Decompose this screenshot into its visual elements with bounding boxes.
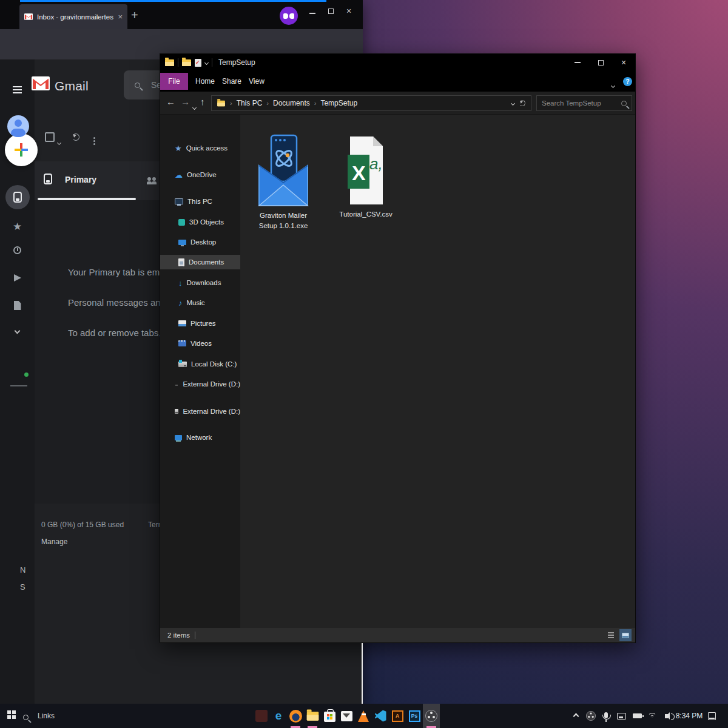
maximize-button[interactable] <box>322 6 340 16</box>
tab-close-icon[interactable]: × <box>118 12 123 21</box>
qat-dropdown-icon[interactable] <box>204 60 209 64</box>
qat-properties-icon[interactable] <box>195 59 201 67</box>
compose-button[interactable] <box>5 133 38 166</box>
view-toggle-buttons <box>605 629 632 641</box>
empty-title: Your Primary tab is empty. <box>68 267 174 277</box>
search-icon[interactable] <box>621 101 627 106</box>
sidebar-item-network[interactable]: Network <box>160 430 240 445</box>
nav-forward-icon[interactable]: → <box>181 96 190 107</box>
sidebar-item-quick-access[interactable]: ★Quick access <box>160 141 240 155</box>
breadcrumb-this-pc[interactable]: This PC <box>237 99 263 107</box>
links-toolbar-label[interactable]: Links <box>38 712 55 720</box>
file-label: Graviton Mailer Setup 1.0.1.exe <box>246 211 320 231</box>
thumbnail-view-button[interactable] <box>619 629 632 641</box>
select-all-checkbox[interactable] <box>45 132 55 144</box>
start-button[interactable] <box>7 710 11 714</box>
sidebar-item-pictures[interactable]: Pictures <box>160 316 240 331</box>
taskbar-adobe-animate-icon[interactable]: A <box>389 704 406 728</box>
rail-inbox-selected[interactable] <box>5 185 30 209</box>
tray-volume-icon[interactable] <box>659 704 673 728</box>
gmail-favicon <box>24 13 33 20</box>
sidebar-item-music[interactable]: ♪Music <box>160 295 240 310</box>
taskbar-unknown-app-icon[interactable] <box>253 704 270 728</box>
sidebar-item-local-disk-c[interactable]: Local Disk (C:) <box>160 357 240 371</box>
explorer-titlebar[interactable]: TempSetup × <box>160 54 635 71</box>
maximize-button[interactable] <box>589 54 612 71</box>
select-dropdown-icon[interactable] <box>58 136 61 147</box>
tray-expand-icon[interactable] <box>569 704 582 728</box>
explorer-search-box[interactable]: Search TempSetup <box>536 95 632 111</box>
minimize-button[interactable] <box>303 6 322 16</box>
ribbon-tab-file[interactable]: File <box>160 73 188 90</box>
rail-more[interactable] <box>0 329 35 333</box>
taskbar-obs-icon[interactable] <box>423 704 440 728</box>
close-button[interactable]: × <box>340 6 358 16</box>
browser-tab-inbox[interactable]: Inbox - gravitonmailertest@g × <box>19 4 127 29</box>
ribbon-tab-share[interactable]: Share <box>222 73 241 90</box>
taskbar-mail-icon[interactable] <box>338 704 355 728</box>
rail-drafts[interactable] <box>0 301 35 310</box>
tray-display-icon[interactable] <box>614 704 629 728</box>
qat-folder-icon[interactable] <box>182 59 191 66</box>
search-icon[interactable] <box>135 83 140 88</box>
explorer-window-controls: × <box>566 54 635 71</box>
taskbar-file-explorer-icon[interactable] <box>304 704 321 728</box>
address-bar[interactable]: › This PC › Documents › TempSetup <box>211 95 531 111</box>
sidebar-item-external-drive-d[interactable]: External Drive (D:) <box>160 377 240 391</box>
tray-microphone-icon[interactable] <box>599 704 613 728</box>
rail-starred[interactable]: ★ <box>0 220 35 233</box>
tray-wifi-icon[interactable] <box>645 704 658 728</box>
refresh-icon[interactable] <box>72 132 79 143</box>
gmail-menu-icon[interactable] <box>13 82 22 93</box>
sidebar-item-3d-objects[interactable]: 3D Objects <box>160 215 240 229</box>
explorer-file-area[interactable]: Graviton Mailer Setup 1.0.1.exe a, X Tut… <box>240 115 635 628</box>
manage-storage-link[interactable]: Manage <box>41 538 67 546</box>
firefox-titlebar[interactable]: Inbox - gravitonmailertest@g × + × <box>0 0 363 29</box>
taskbar-clock[interactable]: 8:34 PM <box>673 704 705 728</box>
extension-mask-icon[interactable] <box>280 7 298 25</box>
tray-obs-icon[interactable] <box>584 704 598 728</box>
sidebar-item-this-pc[interactable]: This PC <box>160 194 240 209</box>
taskbar-photoshop-icon[interactable]: Ps <box>406 704 423 728</box>
taskbar-edge-icon[interactable]: e <box>270 704 287 728</box>
more-options-icon[interactable] <box>93 130 95 141</box>
help-button[interactable]: ? <box>623 77 632 86</box>
ribbon-tab-view[interactable]: View <box>249 73 265 90</box>
address-refresh-icon[interactable] <box>519 100 525 106</box>
tray-battery-icon[interactable] <box>630 704 644 728</box>
new-tab-button[interactable]: + <box>131 8 138 22</box>
breadcrumb-tempsetup[interactable]: TempSetup <box>320 99 357 107</box>
address-dropdown-icon[interactable] <box>511 101 515 105</box>
rail-snoozed[interactable] <box>0 246 35 254</box>
action-center-icon[interactable] <box>703 704 721 728</box>
sidebar-item-documents[interactable]: Documents <box>160 255 240 269</box>
taskbar-firefox-icon[interactable] <box>287 704 304 728</box>
file-tutorial-csv[interactable]: a, X Tutorial_CSV.csv <box>326 135 405 220</box>
taskbar-search-icon[interactable] <box>23 712 29 723</box>
sidebar-item-desktop[interactable]: Desktop <box>160 235 240 249</box>
network-icon <box>175 435 182 440</box>
taskbar-vscode-icon[interactable] <box>372 704 389 728</box>
taskbar-store-icon[interactable] <box>321 704 338 728</box>
tab-social-icon[interactable] <box>147 176 158 187</box>
nav-up-icon[interactable]: ↑ <box>200 96 205 107</box>
nav-history-dropdown-icon[interactable] <box>193 101 196 112</box>
tab-primary-icon[interactable] <box>44 174 52 187</box>
sidebar-item-external-drive-d-2[interactable]: External Drive (D:) <box>160 404 240 419</box>
avatar[interactable] <box>7 115 29 137</box>
ribbon-collapse-icon[interactable] <box>612 79 615 90</box>
file-graviton-mailer-setup[interactable]: Graviton Mailer Setup 1.0.1.exe <box>246 134 320 231</box>
sidebar-item-downloads[interactable]: ↓Downloads <box>160 275 240 290</box>
ribbon-tab-home[interactable]: Home <box>195 73 215 90</box>
rail-sent[interactable] <box>0 274 35 281</box>
close-button[interactable]: × <box>612 54 635 71</box>
sidebar-item-videos[interactable]: Videos <box>160 336 240 351</box>
minimize-button[interactable] <box>566 54 589 71</box>
breadcrumb-documents[interactable]: Documents <box>273 99 310 107</box>
sidebar-item-onedrive[interactable]: ☁OneDrive <box>160 167 240 182</box>
details-view-button[interactable] <box>605 629 617 641</box>
taskbar-vlc-icon[interactable] <box>355 704 372 728</box>
nav-back-icon[interactable]: ← <box>166 96 175 107</box>
tab-primary[interactable]: Primary <box>65 175 96 184</box>
cube-icon <box>178 219 185 226</box>
